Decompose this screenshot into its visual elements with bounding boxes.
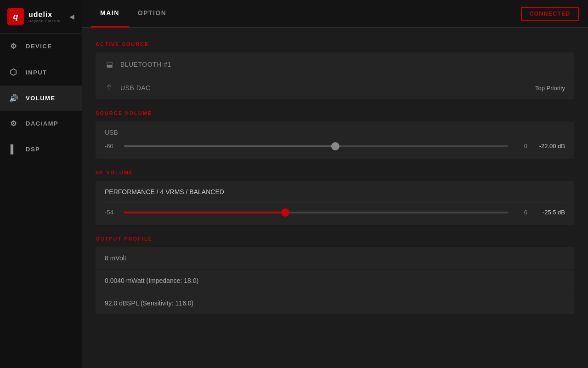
logo-badge: q [7,8,24,25]
sidebar-item-dsp[interactable]: ▌ DSP [0,136,82,162]
tab-option[interactable]: OPTION [129,0,176,28]
active-source-label: ACTIVE SOURCE [96,41,574,47]
source-volume-slider[interactable] [124,145,508,147]
collapse-icon[interactable]: ◀ [69,13,74,20]
output-profile-label: OUTPUT PROFILE [96,236,574,242]
usb-dac-row[interactable]: ⮸ USB DAC Top Priority [96,76,574,99]
logo-text: udelix Beyond Fidelity [28,11,61,23]
sidebar-item-volume-label: VOLUME [26,95,56,102]
sidebar-item-input[interactable]: ⬡ INPUT [0,59,82,86]
sidebar-item-device[interactable]: ⚙ DEVICE [0,34,82,59]
source-volume-slider-row: -60 0 -22.00 dB [105,143,565,150]
source-volume-thumb[interactable] [331,142,339,150]
sidebar-item-dacamp-label: DAC/AMP [26,120,58,127]
output-row-2: 92.0 dBSPL (Sensitivity: 116.0) [96,292,574,314]
output-row-0: 8 mVolt [96,247,574,270]
vol5k-fill [124,212,285,213]
content-area: ACTIVE SOURCE ⬓ BLUETOOTH #1 ⮸ USB DAC T… [82,28,588,368]
bluetooth-row[interactable]: ⬓ BLUETOOTH #1 [96,52,574,76]
dacamp-icon: ⚙ [9,119,18,128]
bluetooth-icon: ⬓ [105,60,114,69]
logo-name: udelix [28,11,61,19]
vol5k-slider-row: -54 6 -25.5 dB [105,209,565,216]
vol5k-card: PERFORMANCE / 4 VRMS / BALANCED -54 6 -2… [96,181,574,225]
sidebar-item-input-label: INPUT [26,69,47,76]
vol5k-thumb[interactable] [281,208,289,217]
volume-source-type: USB [105,129,565,136]
vol5k-max: 6 [514,209,527,216]
bluetooth-label: BLUETOOTH #1 [120,61,565,68]
main-content: MAIN OPTION CONNECTED ACTIVE SOURCE ⬓ BL… [82,0,588,368]
logo-tagline: Beyond Fidelity [28,19,61,23]
source-volume-fill [124,145,335,147]
usb-icon: ⮸ [105,84,114,92]
output-profile-card: 8 mVolt 0.0040 mWatt (Impedance: 18.0) 9… [96,247,574,314]
device-icon: ⚙ [9,42,18,51]
logo-area: q udelix Beyond Fidelity ◀ [0,0,82,34]
top-priority-badge: Top Priority [535,85,565,92]
dsp-icon: ▌ [9,144,18,154]
vol5k-label: 5K VOLUME [96,170,574,175]
connected-badge: CONNECTED [521,7,579,21]
sidebar-item-dsp-label: DSP [26,146,40,153]
tab-main[interactable]: MAIN [91,0,129,28]
source-volume-card: USB -60 0 -22.00 dB [96,121,574,159]
source-volume-value: -22.00 dB [533,143,565,150]
bluetooth-nav-icon: ⬡ [9,67,18,77]
sidebar-item-volume[interactable]: 🔊 VOLUME [0,86,82,111]
source-volume-label: SOURCE VOLUME [96,110,574,116]
source-vol-min: -60 [105,143,119,150]
output-row-1: 0.0040 mWatt (Impedance: 18.0) [96,270,574,292]
vol5k-min: -54 [105,209,119,216]
vol5k-profile: PERFORMANCE / 4 VRMS / BALANCED [105,188,565,202]
sidebar: q udelix Beyond Fidelity ◀ ⚙ DEVICE ⬡ IN… [0,0,82,368]
usb-dac-label: USB DAC [120,84,529,92]
topbar: MAIN OPTION CONNECTED [82,0,588,28]
active-source-card: ⬓ BLUETOOTH #1 ⮸ USB DAC Top Priority [96,52,574,99]
source-vol-max: 0 [514,143,527,150]
sidebar-item-device-label: DEVICE [26,43,52,50]
volume-icon: 🔊 [9,94,18,103]
vol5k-value: -25.5 dB [533,209,565,216]
vol5k-slider[interactable] [124,212,508,213]
sidebar-item-dacamp[interactable]: ⚙ DAC/AMP [0,111,82,136]
